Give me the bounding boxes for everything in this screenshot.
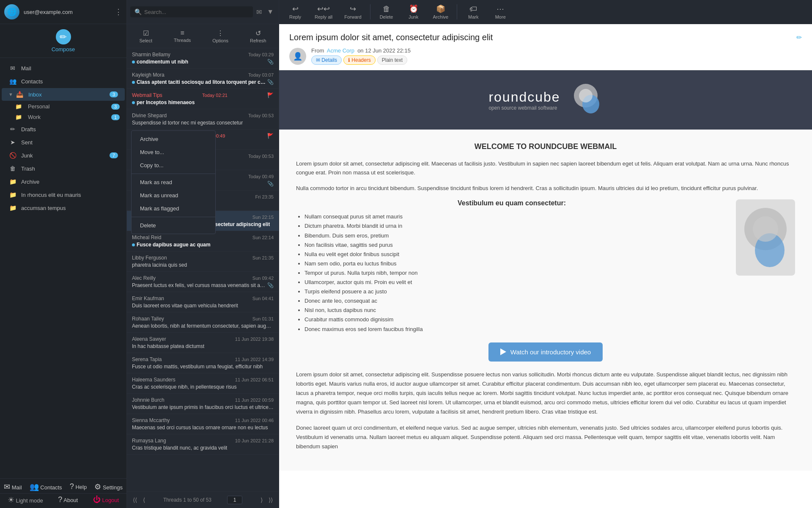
compose-label: Compose bbox=[52, 46, 75, 52]
threads-button[interactable]: ≡ Threads bbox=[170, 27, 195, 45]
email-subject: Class aptent taciti sociosqu ad litora t… bbox=[137, 79, 266, 85]
email-time: Sun 09:42 bbox=[252, 276, 274, 281]
sidebar-menu-button[interactable]: ⋮ bbox=[115, 7, 122, 17]
sidebar-item-inrhoncus[interactable]: 📁 In rhoncus elit eu mauris bbox=[2, 188, 125, 201]
list-item[interactable]: Rohaan Talley Sun 01:31 Aenean lobortis,… bbox=[127, 312, 279, 333]
list-item[interactable]: Serena Tapia 11 Jun 2022 14:39 Fusce ut … bbox=[127, 353, 279, 373]
sidebar-bottom-mail[interactable]: ✉ Mail bbox=[4, 482, 22, 491]
bottom-settings-label: Settings bbox=[103, 484, 123, 491]
sidebar-item-inbox[interactable]: ▼ 📥 Inbox 3 bbox=[2, 88, 125, 101]
context-menu-mark-flag[interactable]: Mark as flagged bbox=[132, 202, 215, 215]
inbox-expand-arrow[interactable]: ▼ bbox=[8, 92, 13, 97]
list-item[interactable]: Libby Ferguson Sun 21:35 pharetra lacini… bbox=[127, 251, 279, 272]
rc-email-header: roundcube open source webmail software bbox=[279, 70, 812, 130]
options-button[interactable]: ⋮ Options bbox=[208, 27, 233, 46]
bullet-item: Non facilisis vitae, sagittis sed purus bbox=[304, 240, 727, 250]
mark-button[interactable]: 🏷 Mark bbox=[461, 2, 486, 22]
prev-page-button[interactable]: ⟨ bbox=[140, 495, 148, 505]
list-item[interactable]: Alec Reilly Sun 09:42 Praesent luctus ex… bbox=[127, 272, 279, 292]
search-box[interactable]: 🔍 bbox=[130, 6, 253, 17]
list-item[interactable]: Webmail Tips Today 02:21 🚩 per Inceptos … bbox=[127, 89, 279, 109]
tab-plain-text[interactable]: Plain text bbox=[377, 55, 407, 65]
attachment-icon: 📎 bbox=[267, 79, 274, 85]
email-time: Today 03:07 bbox=[248, 72, 274, 77]
first-page-button[interactable]: ⟨⟨ bbox=[130, 495, 140, 505]
refresh-label: Refresh bbox=[250, 38, 266, 43]
forward-button[interactable]: ↪ Forward bbox=[339, 2, 366, 22]
email-sender: Sienna Mccarthy bbox=[132, 417, 170, 423]
sidebar-item-archive[interactable]: 📁 Archive bbox=[2, 175, 125, 188]
last-page-button[interactable]: ⟩⟩ bbox=[266, 495, 275, 505]
email-title-row: Lorem ipsum dolor sit amet, consectetur … bbox=[289, 33, 802, 42]
email-time: 11 Jun 2022 00:46 bbox=[235, 418, 274, 423]
logout-button[interactable]: ⏻ Logout bbox=[93, 495, 119, 505]
delete-button[interactable]: 🗑 Delete bbox=[374, 2, 399, 22]
watch-video-button[interactable]: Watch our introductory video bbox=[488, 342, 603, 362]
list-item[interactable]: Emir Kaufman Sun 04:41 Duis laoreet eros… bbox=[127, 292, 279, 312]
context-menu-mark-read[interactable]: Mark as read bbox=[132, 176, 215, 189]
work-icon: 📁 bbox=[15, 114, 24, 120]
refresh-button[interactable]: ↺ Refresh bbox=[246, 27, 271, 46]
list-item[interactable]: Aleena Sawyer 11 Jun 2022 19:38 In hac h… bbox=[127, 333, 279, 353]
reply-all-icon: ↩↩ bbox=[317, 4, 330, 14]
list-item[interactable]: Sharmin Bellamy Today 03:29 condimentum … bbox=[127, 48, 279, 69]
context-menu-mark-unread[interactable]: Mark as unread bbox=[132, 189, 215, 202]
email-time: 10 Jun 2022 21:28 bbox=[235, 438, 274, 443]
email-time: Today 00:49 bbox=[248, 174, 274, 179]
junk-button[interactable]: ⏰ Junk bbox=[401, 2, 426, 22]
archive-main-button[interactable]: 📦 Archive bbox=[428, 2, 454, 22]
search-input[interactable] bbox=[144, 9, 249, 15]
edit-icon[interactable]: ✏ bbox=[796, 33, 802, 41]
tab-headers[interactable]: ℹ Headers bbox=[343, 55, 376, 65]
filter-button[interactable]: ✉ bbox=[255, 6, 263, 18]
bullet-item: Nisl non, luctus dapibus nunc bbox=[304, 306, 727, 315]
list-item[interactable]: Micheal Reid Sun 22:14 Fusce dapibus aug… bbox=[127, 231, 279, 251]
sidebar-item-contacts[interactable]: 👥 Contacts bbox=[2, 75, 125, 88]
select-button[interactable]: ☑ Select bbox=[135, 27, 156, 46]
context-menu-archive[interactable]: Archive bbox=[132, 133, 215, 146]
light-mode-toggle[interactable]: ☀ Light mode bbox=[8, 495, 43, 505]
pagination-prev-group: ⟨⟨ ⟨ bbox=[130, 495, 148, 505]
about-label: About bbox=[63, 497, 78, 503]
sidebar-item-drafts[interactable]: ✏ Drafts bbox=[2, 123, 125, 135]
more-button[interactable]: ⋯ More bbox=[488, 2, 513, 22]
list-item[interactable]: Rumaysa Lang 10 Jun 2022 21:28 Cras tris… bbox=[127, 434, 279, 455]
email-sender: Emir Kaufman bbox=[132, 295, 164, 301]
sidebar-inrhoncus-label: In rhoncus elit eu mauris bbox=[21, 192, 118, 198]
list-item[interactable]: Kayleigh Mora Today 03:07 Class aptent t… bbox=[127, 69, 279, 89]
sidebar-item-junk[interactable]: 🚫 Junk 7 bbox=[2, 149, 125, 162]
email-list-panel: 🔍 ✉ ▼ ☑ Select ≡ Threads ⋮ Options ↺ Ref… bbox=[127, 0, 279, 508]
list-item[interactable]: Johnnie Burch 11 Jun 2022 00:59 Vestibul… bbox=[127, 394, 279, 414]
compose-button[interactable]: ✏ Compose bbox=[0, 24, 126, 58]
email-sender: Johnnie Burch bbox=[132, 397, 165, 403]
context-menu-move[interactable]: Move to... bbox=[132, 146, 215, 159]
sidebar-bottom-help[interactable]: ? Help bbox=[70, 482, 87, 491]
email-time: Sun 22:15 bbox=[252, 215, 274, 220]
sidebar-item-work[interactable]: 📁 Work 1 bbox=[0, 112, 126, 122]
next-page-button[interactable]: ⟩ bbox=[258, 495, 265, 505]
about-button[interactable]: ? About bbox=[58, 495, 78, 505]
sidebar-bottom-contacts[interactable]: 👥 Contacts bbox=[30, 482, 62, 491]
reply-all-button[interactable]: ↩↩ Reply all bbox=[310, 2, 337, 22]
sidebar-contacts-label: Contacts bbox=[21, 78, 118, 85]
list-item[interactable]: Divine Shepard Today 00:53 Suspendisse i… bbox=[127, 109, 279, 130]
page-input[interactable] bbox=[227, 496, 242, 504]
list-item[interactable]: Sienna Mccarthy 11 Jun 2022 00:46 Maecen… bbox=[127, 414, 279, 434]
sidebar-item-sent[interactable]: ➤ Sent bbox=[2, 136, 125, 149]
sidebar-item-trash[interactable]: 🗑 Trash bbox=[2, 162, 125, 175]
reply-button[interactable]: ↩ Reply bbox=[283, 2, 308, 22]
bottom-help-icon: ? bbox=[70, 482, 74, 491]
context-menu-delete[interactable]: Delete bbox=[132, 219, 215, 232]
tab-details[interactable]: ✉ Details bbox=[311, 55, 342, 65]
work-badge: 1 bbox=[111, 114, 120, 120]
rc-body-para1: Lorem ipsum dolor sit amet, consectetur … bbox=[296, 370, 795, 417]
list-view-button[interactable]: ▼ bbox=[265, 6, 275, 17]
flag-icon: 🚩 bbox=[267, 92, 274, 98]
from-name[interactable]: Acme Corp bbox=[327, 47, 354, 54]
sidebar-item-personal[interactable]: 📁 Personal 3 bbox=[0, 101, 126, 112]
sidebar-item-mail[interactable]: ✉ Mail bbox=[2, 62, 125, 75]
sidebar-item-accumsan[interactable]: 📁 accumsan tempus bbox=[2, 202, 125, 214]
sidebar-bottom-settings[interactable]: ⚙ Settings bbox=[94, 482, 123, 491]
list-item[interactable]: Haleema Saunders 11 Jun 2022 06:51 Cras … bbox=[127, 373, 279, 394]
context-menu-copy[interactable]: Copy to... bbox=[132, 159, 215, 172]
